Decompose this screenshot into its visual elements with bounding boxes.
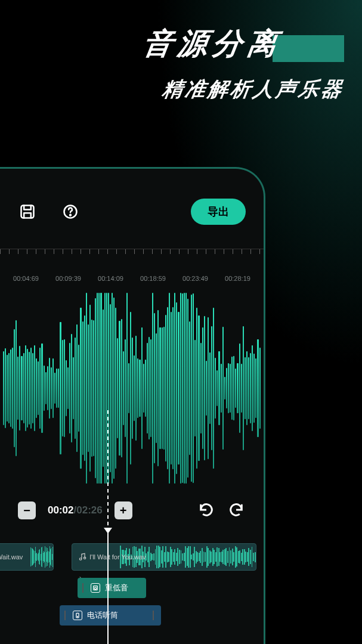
zoom-in-button[interactable]: + — [115, 501, 132, 519]
help-icon — [62, 203, 79, 220]
phone-icon — [73, 611, 82, 620]
timestamp: 00:23:49 — [182, 275, 208, 282]
effect-tag-phone[interactable]: 电话听筒 — [60, 605, 161, 626]
playback-controls: − 00:02/02:26 + — [0, 490, 264, 531]
waveform-playhead[interactable] — [107, 410, 109, 631]
save-icon — [19, 203, 36, 220]
track-row: I'll Wait.wav ‹ › I'll Wait for You.wav — [0, 543, 264, 571]
track-row: 重低音 — [0, 578, 264, 598]
clip-label: I'll Wait for You.wav — [89, 553, 146, 561]
main-waveform[interactable] — [0, 287, 264, 490]
audio-clip-left[interactable]: I'll Wait.wav — [0, 543, 54, 571]
export-button[interactable]: 导出 — [191, 199, 246, 225]
drag-handle-icon — [64, 611, 66, 620]
speaker-icon — [91, 583, 100, 593]
svg-point-2 — [70, 215, 71, 216]
svg-rect-0 — [21, 206, 34, 218]
promo-title: 音源分离 — [140, 24, 284, 64]
redo-button[interactable] — [228, 501, 246, 519]
timestamp: 00:28:19 — [225, 275, 250, 282]
zoom-out-button[interactable]: − — [18, 501, 36, 519]
current-time: 00:02 — [48, 504, 73, 516]
timestamp: 00:09:39 — [55, 275, 81, 282]
undo-icon — [198, 501, 215, 518]
help-button[interactable] — [61, 202, 80, 221]
promo-header: 音源分离 精准解析人声乐器 — [0, 0, 362, 115]
effect-tag-bass[interactable]: 重低音 — [78, 578, 146, 598]
svg-point-8 — [78, 617, 78, 617]
promo-subtitle: 精准解析人声乐器 — [16, 76, 346, 103]
clip-label: I'll Wait.wav — [0, 553, 23, 561]
drag-handle-icon — [153, 611, 154, 620]
tag-label: 电话听筒 — [87, 610, 118, 621]
drag-handle-icon — [82, 583, 83, 593]
timeline-timestamps: 00:04:69 00:09:39 00:14:09 00:18:59 00:2… — [0, 267, 264, 287]
save-button[interactable] — [18, 202, 37, 221]
app-toolbar: 导出 — [0, 169, 264, 243]
total-time: 02:26 — [76, 504, 102, 516]
timestamp: 00:04:69 — [13, 275, 39, 282]
tracks-panel: I'll Wait.wav ‹ › I'll Wait for You.wav … — [0, 531, 264, 626]
device-frame: 导出 00:04:69 00:09:39 00:14:09 00:18:59 0… — [0, 167, 265, 644]
timestamp: 00:18:59 — [140, 275, 166, 282]
redo-icon — [228, 501, 245, 518]
audio-clip-main[interactable]: I'll Wait for You.wav — [72, 543, 256, 571]
timestamp: 00:14:09 — [98, 275, 123, 282]
track-row: 电话听筒 — [0, 605, 264, 626]
timeline-ruler[interactable] — [0, 249, 264, 267]
undo-button[interactable] — [198, 501, 216, 519]
svg-point-6 — [94, 587, 96, 589]
title-accent-block — [273, 35, 344, 62]
